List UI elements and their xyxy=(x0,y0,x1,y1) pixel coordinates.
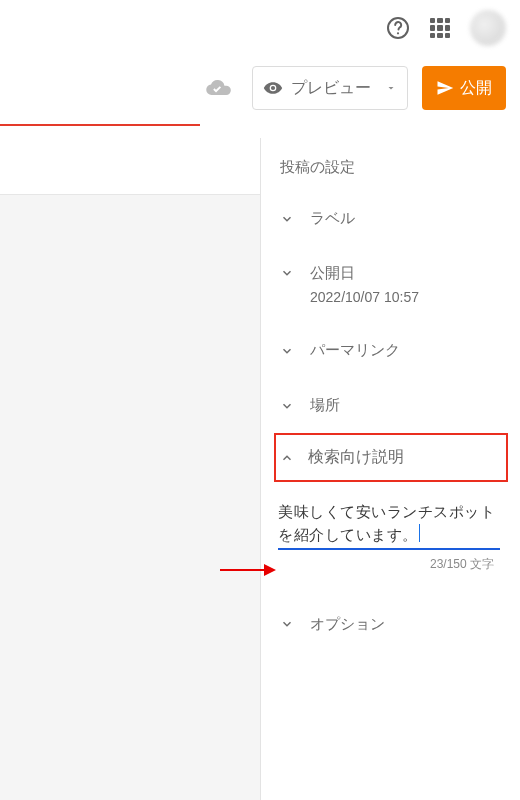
avatar[interactable] xyxy=(470,10,506,46)
text-cursor xyxy=(419,524,420,542)
chevron-down-icon xyxy=(278,399,296,413)
section-publish-date[interactable]: 公開日 2022/10/07 10:57 xyxy=(274,246,508,323)
publish-date-value: 2022/10/07 10:57 xyxy=(310,289,419,305)
permalink-label: パーマリンク xyxy=(310,341,400,360)
svg-point-1 xyxy=(397,32,399,34)
preview-button[interactable]: プレビュー xyxy=(252,66,408,110)
chevron-down-icon xyxy=(278,617,296,631)
annotation-arrow xyxy=(220,560,280,580)
editor-area[interactable] xyxy=(0,194,260,800)
eye-icon xyxy=(263,78,283,98)
search-description-label: 検索向け説明 xyxy=(308,447,404,468)
search-description-field[interactable]: 美味しくて安いランチスポットを紹介しています。 23/150 文字 xyxy=(274,482,508,575)
settings-title: 投稿の設定 xyxy=(274,152,508,191)
chevron-down-icon xyxy=(278,344,296,358)
post-settings-panel: 投稿の設定 ラベル 公開日 2022/10/07 10:57 パーマリンク xyxy=(262,138,518,652)
chevron-down-icon xyxy=(278,212,296,226)
sidebar-divider xyxy=(260,138,261,800)
action-bar: プレビュー 公開 xyxy=(0,56,520,120)
caret-down-icon xyxy=(385,82,397,94)
location-label: 場所 xyxy=(310,396,340,415)
section-options[interactable]: オプション xyxy=(274,597,508,652)
publish-button[interactable]: 公開 xyxy=(422,66,506,110)
search-description-text: 美味しくて安いランチスポットを紹介しています。 xyxy=(278,500,500,547)
chevron-up-icon xyxy=(280,451,294,465)
send-icon xyxy=(436,79,454,97)
chevron-down-icon xyxy=(278,266,296,280)
cloud-saved-icon xyxy=(204,74,232,102)
char-count: 23/150 文字 xyxy=(278,550,500,573)
publish-date-label: 公開日 xyxy=(310,264,419,283)
publish-label: 公開 xyxy=(460,78,492,99)
tab-indicator xyxy=(0,124,200,126)
labels-label: ラベル xyxy=(310,209,355,228)
options-label: オプション xyxy=(310,615,385,634)
help-icon[interactable] xyxy=(386,16,410,40)
apps-grid-icon[interactable] xyxy=(428,16,452,40)
top-app-bar xyxy=(0,0,520,56)
preview-label: プレビュー xyxy=(291,78,371,99)
section-labels[interactable]: ラベル xyxy=(274,191,508,246)
section-location[interactable]: 場所 xyxy=(274,378,508,433)
section-search-description[interactable]: 検索向け説明 xyxy=(274,433,508,482)
section-permalink[interactable]: パーマリンク xyxy=(274,323,508,378)
